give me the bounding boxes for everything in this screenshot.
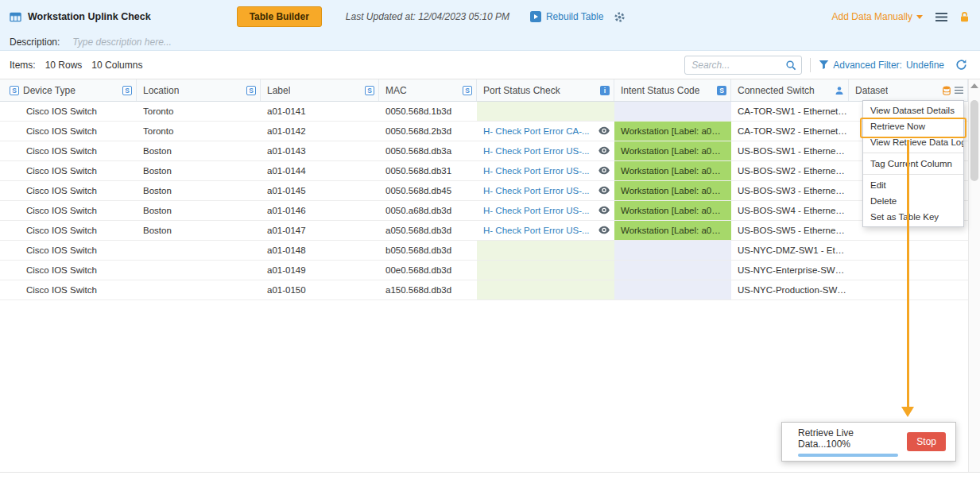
device-type-cell: Cisco IOS Switch <box>0 280 137 299</box>
device-type-cell: Cisco IOS Switch <box>0 261 137 280</box>
eye-icon[interactable] <box>598 166 610 175</box>
items-label: Items: <box>10 60 36 71</box>
port-status-link[interactable]: H- Check Port Error US-... <box>483 226 590 235</box>
mac-cell: 0050.568d.1b3d <box>379 102 477 121</box>
port-status-cell <box>477 280 614 299</box>
column-header-icons: S <box>365 86 374 95</box>
columns-count: 10 Columns <box>91 60 142 71</box>
device-type-cell: Cisco IOS Switch <box>0 221 137 240</box>
column-header-intent-status-code[interactable]: Intent Status CodeS <box>614 79 731 101</box>
column-header-dataset[interactable]: Dataset <box>849 79 968 101</box>
column-menu-icon[interactable] <box>955 87 963 94</box>
rebuild-table-button[interactable]: Rebuild Table <box>530 11 604 22</box>
scrollbar-up-arrow-icon[interactable] <box>970 83 978 88</box>
intent-status-cell: Workstation [Label: a01-014... <box>614 141 731 160</box>
advanced-filter-value: Undefine <box>906 60 944 71</box>
port-status-link[interactable]: H- Check Port Error US-... <box>483 166 590 176</box>
menu-item-delete[interactable]: Delete <box>863 193 963 209</box>
menu-separator <box>863 174 963 175</box>
gear-icon[interactable] <box>614 11 626 23</box>
eye-icon[interactable] <box>598 146 610 155</box>
column-header-icons <box>835 86 844 95</box>
table-row[interactable]: Cisco IOS Switcha01-014900e0.568d.db3dUS… <box>0 261 968 280</box>
info-icon[interactable]: i <box>600 86 610 95</box>
port-status-link[interactable]: H- Check Port Error US-... <box>483 206 590 215</box>
menu-item-view-dataset-details[interactable]: View Dataset Details <box>863 102 963 118</box>
retrieve-progress-toast: Retrieve Live Data...100% Stop <box>781 422 956 462</box>
device-type-cell: Cisco IOS Switch <box>0 122 137 141</box>
mac-cell: 0050.568d.db3a <box>379 141 477 160</box>
column-header-label[interactable]: LabelS <box>261 79 379 101</box>
eye-icon[interactable] <box>598 226 610 234</box>
mac-cell: b050.568d.db3d <box>379 241 477 260</box>
advanced-filter-label: Advanced Filter: <box>833 60 902 71</box>
string-type-icon: S <box>122 86 132 95</box>
column-header-port-status-check[interactable]: Port Status Checki <box>477 79 614 101</box>
hamburger-menu-icon[interactable] <box>935 12 947 21</box>
table-builder-button[interactable]: Table Builder <box>237 6 322 27</box>
intent-status-cell <box>614 280 731 299</box>
port-status-cell: H- Check Port Error US-... <box>477 221 614 240</box>
menu-item-edit[interactable]: Edit <box>863 177 963 193</box>
port-status-cell <box>477 241 614 260</box>
menu-item-tag-current-column[interactable]: Tag Current Column <box>863 156 963 172</box>
column-header-mac[interactable]: MACS <box>379 79 477 101</box>
column-header-label: Device Type <box>23 85 76 96</box>
vertical-scrollbar[interactable] <box>968 79 980 472</box>
eye-icon[interactable] <box>598 186 610 195</box>
stop-button[interactable]: Stop <box>907 432 946 451</box>
location-cell: Boston <box>137 141 261 160</box>
port-status-link[interactable]: H- Check Port Error US-... <box>483 186 590 195</box>
search-input[interactable] <box>690 59 785 71</box>
location-cell: Toronto <box>137 122 261 141</box>
table-row[interactable]: Cisco IOS Switcha01-0150a150.568d.db3dUS… <box>0 280 968 300</box>
port-status-cell: H- Check Port Error US-... <box>477 141 614 160</box>
table-row[interactable]: Cisco IOS SwitchBostona01-01440050.568d.… <box>0 161 968 181</box>
refresh-icon[interactable] <box>955 59 967 71</box>
description-input[interactable] <box>71 36 325 48</box>
connected-switch-cell: US-BOS-SW1 - Ethernet0/0 <box>731 141 849 160</box>
location-cell: Boston <box>137 201 261 220</box>
device-type-cell: Cisco IOS Switch <box>0 201 137 220</box>
label-cell: a01-0147 <box>261 221 379 240</box>
eye-icon[interactable] <box>598 126 610 135</box>
intent-status-cell: Workstation [Label: a01-014... <box>614 221 731 240</box>
string-type-icon: S <box>246 86 256 95</box>
eye-icon[interactable] <box>598 206 610 214</box>
device-type-cell: Cisco IOS Switch <box>0 181 137 200</box>
connected-switch-cell: CA-TOR-SW1 - Ethernet0/0 <box>731 102 849 121</box>
location-cell: Boston <box>137 221 261 240</box>
column-header-location[interactable]: LocationS <box>137 79 261 101</box>
label-cell: a01-0144 <box>261 161 379 180</box>
table-row[interactable]: Cisco IOS SwitchBostona01-01450050.568d.… <box>0 181 968 201</box>
port-status-link[interactable]: H- Check Port Error CA-... <box>483 126 590 136</box>
table-row[interactable]: Cisco IOS Switcha01-0148b050.568d.db3dUS… <box>0 241 968 261</box>
label-cell: a01-0149 <box>261 261 379 280</box>
table-row[interactable]: Cisco IOS SwitchBostona01-01430050.568d.… <box>0 141 968 161</box>
column-header-connected-switch[interactable]: Connected Switch <box>731 79 849 101</box>
search-icon[interactable] <box>785 60 796 71</box>
port-status-link[interactable]: H- Check Port Error US-... <box>483 146 590 156</box>
add-data-manually-button[interactable]: Add Data Manually <box>832 11 923 22</box>
menu-item-retrieve-now[interactable]: Retrieve Now <box>863 118 963 134</box>
scrollbar-thumb[interactable] <box>970 100 978 181</box>
column-header-device-type[interactable]: SDevice TypeS <box>0 79 137 101</box>
location-cell <box>137 280 261 299</box>
dataset-cell <box>849 280 968 299</box>
intent-status-cell: Workstation [Label: a01-014... <box>614 161 731 180</box>
table-row[interactable]: Cisco IOS SwitchBostona01-0147a050.568d.… <box>0 221 968 241</box>
table-row[interactable]: Cisco IOS SwitchTorontoa01-01410050.568d… <box>0 102 968 122</box>
port-status-cell: H- Check Port Error US-... <box>477 161 614 180</box>
table-row[interactable]: Cisco IOS SwitchTorontoa01-01420050.568d… <box>0 122 968 141</box>
table-row[interactable]: Cisco IOS SwitchBostona01-01460050.a68d.… <box>0 201 968 221</box>
last-updated-text: Last Updated at: 12/04/2023 05:10 PM <box>346 11 509 22</box>
menu-item-set-as-table-key[interactable]: Set as Table Key <box>863 209 963 225</box>
location-cell: Toronto <box>137 102 261 121</box>
advanced-filter-button[interactable]: Advanced Filter: Undefine <box>819 60 944 71</box>
dataset-context-menu: View Dataset DetailsRetrieve NowView Ret… <box>862 100 964 227</box>
search-box[interactable] <box>684 56 802 75</box>
port-status-cell: H- Check Port Error CA-... <box>477 122 614 141</box>
string-type-icon: S <box>10 86 19 95</box>
menu-item-view-retrieve-data-log[interactable]: View Retrieve Data Log <box>863 134 963 150</box>
lock-icon[interactable] <box>959 11 970 23</box>
